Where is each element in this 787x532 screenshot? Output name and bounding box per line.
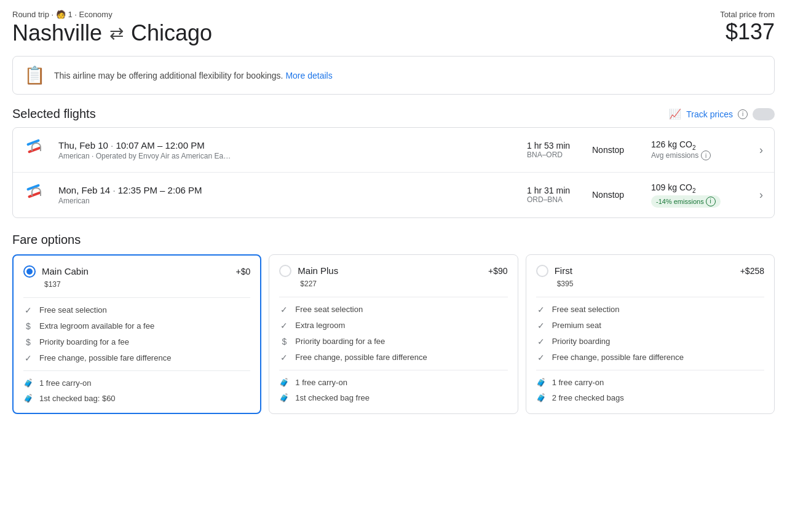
flights-container: Thu, Feb 10 · 10:07 AM – 12:00 PM Americ… xyxy=(12,127,775,218)
american-airlines-logo xyxy=(25,139,47,161)
selected-flights-title: Selected flights xyxy=(12,107,96,121)
check-icon: ✓ xyxy=(279,353,289,362)
expand-chevron[interactable]: › xyxy=(759,189,763,201)
fare-features: ✓Free seat selection ✓Extra legroom $Pri… xyxy=(279,297,507,362)
flight-duration: 1 hr 31 min ORD–BNA xyxy=(527,186,582,204)
track-prices-area[interactable]: 📈 Track prices i xyxy=(669,108,775,120)
fare-feature: ✓Priority boarding xyxy=(536,337,764,346)
fare-feature: ✓Free change, possible fare difference xyxy=(536,353,764,362)
route-arrow: ⇄ xyxy=(109,23,124,44)
bag-icon: 🧳 xyxy=(536,393,546,402)
track-prices-label[interactable]: Track prices xyxy=(686,109,733,119)
check-icon: ✓ xyxy=(536,337,546,346)
header-right: Total price from $137 xyxy=(720,10,775,45)
american-airlines-logo xyxy=(25,184,47,206)
route-title: Nashville ⇄ Chicago xyxy=(12,20,212,46)
flexibility-icon: 📋 xyxy=(24,65,45,85)
fare-feature: ✓Premium seat xyxy=(536,321,764,331)
page-header: Round trip · 🧑 1 · Economy Nashville ⇄ C… xyxy=(12,10,775,46)
header-left: Round trip · 🧑 1 · Economy Nashville ⇄ C… xyxy=(12,10,212,46)
fare-bag-item: 🧳1 free carry-on xyxy=(536,378,764,387)
destination-city: Chicago xyxy=(131,20,212,46)
flexibility-banner: 📋 This airline may be offering additiona… xyxy=(12,56,775,95)
check-icon: ✓ xyxy=(536,321,546,331)
fare-price: $227 xyxy=(279,280,507,288)
fare-diff: +$258 xyxy=(740,266,764,276)
flight-row[interactable]: Mon, Feb 14 · 12:35 PM – 2:06 PM America… xyxy=(13,173,774,217)
fare-feature: ✓Free seat selection xyxy=(279,305,507,315)
trend-icon: 📈 xyxy=(669,108,681,120)
airline-logo xyxy=(24,182,49,207)
fare-feature: $Priority boarding for a fee xyxy=(23,337,250,347)
fare-card-main-plus[interactable]: Main Plus +$90 $227 ✓Free seat selection… xyxy=(269,254,518,414)
fare-bag-section: 🧳1 free carry-on 🧳1st checked bag: $60 xyxy=(23,370,250,403)
flight-stops: Nonstop xyxy=(592,190,641,200)
fare-feature: ✓Free seat selection xyxy=(536,305,764,315)
fare-bag-section: 🧳1 free carry-on 🧳1st checked bag free xyxy=(279,370,507,402)
fare-feature: ✓Extra legroom xyxy=(279,321,507,331)
fare-bag-section: 🧳1 free carry-on 🧳2 free checked bags xyxy=(536,370,764,402)
fare-feature: ✓Free seat selection xyxy=(23,305,250,315)
flight-emissions: 126 kg CO2 Avg emissions i xyxy=(651,139,749,161)
trip-meta: Round trip · 🧑 1 · Economy xyxy=(12,10,212,19)
fare-diff: +$90 xyxy=(488,266,508,276)
check-icon: ✓ xyxy=(23,353,33,363)
fare-feature: ✓Free change, possible fare difference xyxy=(279,353,507,362)
banner-text: This airline may be offering additional … xyxy=(54,71,333,80)
expand-chevron[interactable]: › xyxy=(759,144,763,157)
bag-icon: 🧳 xyxy=(23,394,33,403)
track-prices-info-icon[interactable]: i xyxy=(738,109,748,119)
airline-logo xyxy=(24,138,49,162)
fare-price: $137 xyxy=(23,280,250,289)
total-price: $137 xyxy=(720,19,775,45)
flight-row[interactable]: Thu, Feb 10 · 10:07 AM – 12:00 PM Americ… xyxy=(13,128,774,173)
fare-feature: ✓Free change, possible fare difference xyxy=(23,353,250,363)
bag-icon: 🧳 xyxy=(279,393,289,402)
dollar-icon: $ xyxy=(23,337,33,347)
fare-features: ✓Free seat selection $Extra legroom avai… xyxy=(23,297,250,363)
carryon-icon: 🧳 xyxy=(536,378,546,387)
fare-radio-main-cabin[interactable] xyxy=(23,265,36,278)
dollar-icon: $ xyxy=(279,337,289,346)
fare-feature: $Extra legroom available for a fee xyxy=(23,321,250,331)
emissions-badge-info-icon[interactable]: i xyxy=(706,197,716,206)
carryon-icon: 🧳 xyxy=(23,378,33,388)
fare-price: $395 xyxy=(536,280,764,288)
flight-emissions: 109 kg CO2 -14% emissions i xyxy=(651,182,749,208)
flight-duration: 1 hr 53 min BNA–ORD xyxy=(527,141,582,159)
check-icon: ✓ xyxy=(23,305,33,315)
flight-airline: American xyxy=(58,197,517,205)
more-details-link[interactable]: More details xyxy=(285,71,332,80)
selected-flights-header: Selected flights 📈 Track prices i xyxy=(12,107,775,121)
price-label: Total price from xyxy=(720,10,775,19)
fare-card-first[interactable]: First +$258 $395 ✓Free seat selection ✓P… xyxy=(526,254,775,414)
fare-name: First xyxy=(555,265,572,276)
origin-city: Nashville xyxy=(12,20,102,46)
fare-radio-main-plus[interactable] xyxy=(279,265,291,277)
fare-feature: $Priority boarding for a fee xyxy=(279,337,507,346)
flight-time: Mon, Feb 14 · 12:35 PM – 2:06 PM xyxy=(58,185,517,195)
check-icon: ✓ xyxy=(536,353,546,362)
emissions-info-icon[interactable]: i xyxy=(701,151,711,160)
fare-bag-item: 🧳1 free carry-on xyxy=(23,378,250,388)
fare-diff: +$0 xyxy=(236,267,251,276)
fare-radio-first[interactable] xyxy=(536,265,548,277)
fare-bag-item: 🧳1 free carry-on xyxy=(279,378,507,387)
check-icon: ✓ xyxy=(279,305,289,315)
fare-cards: Main Cabin +$0 $137 ✓Free seat selection… xyxy=(12,254,775,414)
fare-bag-item: 🧳1st checked bag free xyxy=(279,393,507,402)
track-prices-toggle[interactable] xyxy=(753,108,775,120)
fare-name: Main Cabin xyxy=(42,266,89,276)
fare-card-main-cabin[interactable]: Main Cabin +$0 $137 ✓Free seat selection… xyxy=(12,254,261,414)
flight-info: Mon, Feb 14 · 12:35 PM – 2:06 PM America… xyxy=(58,185,517,205)
check-icon: ✓ xyxy=(536,305,546,315)
fare-bag-item: 🧳2 free checked bags xyxy=(536,393,764,402)
flight-info: Thu, Feb 10 · 10:07 AM – 12:00 PM Americ… xyxy=(58,140,517,160)
fare-card-header: Main Cabin +$0 xyxy=(23,265,250,278)
fare-options-section: Fare options Main Cabin +$0 $137 ✓Free s… xyxy=(12,233,775,414)
flight-time: Thu, Feb 10 · 10:07 AM – 12:00 PM xyxy=(58,140,517,151)
fare-card-header: Main Plus +$90 xyxy=(279,265,507,277)
carryon-icon: 🧳 xyxy=(279,378,289,387)
fare-name: Main Plus xyxy=(298,265,338,276)
fare-options-title: Fare options xyxy=(12,233,775,247)
